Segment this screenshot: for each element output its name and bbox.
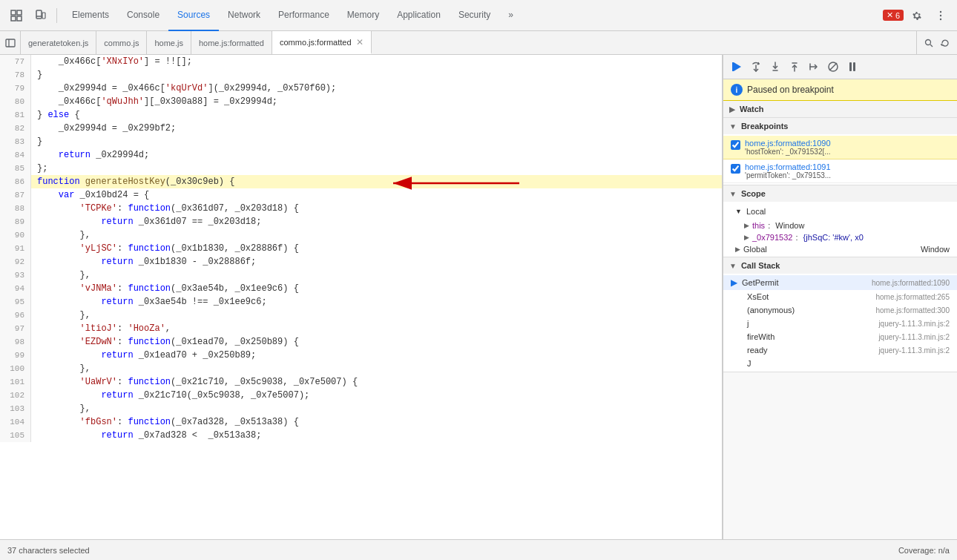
- settings-btn[interactable]: [907, 5, 927, 26]
- code-line-83[interactable]: 83 }: [0, 135, 722, 148]
- line-content-104: 'fbGsn': function(_0x7ad328, _0x513a38) …: [31, 415, 299, 429]
- code-line-86[interactable]: 86 function generateHostKey(_0x30c9eb) {: [0, 175, 722, 188]
- svg-line-13: [930, 45, 933, 47]
- callstack-item-0[interactable]: ▶ GetPermit home.js:formatted:1090: [723, 275, 957, 290]
- file-tab-close-btn[interactable]: ✕: [356, 37, 364, 47]
- tab-network[interactable]: Network: [219, 0, 269, 31]
- code-line-78[interactable]: 78 }: [0, 68, 722, 82]
- error-badge[interactable]: ✕ 6: [883, 10, 904, 21]
- device-toolbar-btn[interactable]: [30, 5, 50, 26]
- scope-this-item[interactable]: ▶ this : Window: [723, 220, 957, 231]
- line-num-85: 85: [0, 162, 31, 175]
- step-over-btn[interactable]: [747, 58, 765, 76]
- code-line-82[interactable]: 82 _0x29994d = _0x299bf2;: [0, 122, 722, 135]
- code-line-91[interactable]: 91 'yLjSC': function(_0x1b1830, _0x28886…: [0, 242, 722, 255]
- code-line-89[interactable]: 89 return _0x361d07 == _0x203d18;: [0, 215, 722, 228]
- callstack-section-header[interactable]: ▼ Call Stack: [723, 257, 957, 274]
- breakpoint-item-0[interactable]: home.js:formatted:1090 'hostToken': _0x7…: [723, 136, 957, 159]
- code-line-79[interactable]: 79 _0x29994d = _0x466c['kqUrVd'](_0x2999…: [0, 82, 722, 95]
- global-expand-icon[interactable]: ▶: [735, 246, 740, 253]
- code-line-94[interactable]: 94 'vJNMa': function(_0x3ae54b, _0x1ee9c…: [0, 282, 722, 295]
- bp-checkbox-0[interactable]: [731, 140, 740, 150]
- tab-sources[interactable]: Sources: [168, 0, 219, 31]
- file-tab-home[interactable]: home.js: [147, 31, 191, 54]
- file-tab-generatetoken[interactable]: generatetoken.js: [21, 31, 96, 54]
- this-expand-icon[interactable]: ▶: [744, 222, 749, 229]
- code-line-102[interactable]: 102 return _0x21c710(_0x5c9038, _0x7e500…: [0, 389, 722, 402]
- callstack-item-1[interactable]: XsEot home.js:formatted:265: [723, 290, 957, 303]
- 791532-expand-icon[interactable]: ▶: [744, 234, 749, 241]
- step-out-btn[interactable]: [786, 58, 803, 76]
- line-num-104: 104: [0, 415, 31, 429]
- search-in-file-btn[interactable]: [921, 36, 936, 50]
- code-line-101[interactable]: 101 'UaWrV': function(_0x21c710, _0x5c90…: [0, 375, 722, 389]
- line-num-82: 82: [0, 122, 31, 135]
- callstack-item-2[interactable]: (anonymous) home.js:formatted:300: [723, 303, 957, 317]
- tab-more[interactable]: »: [499, 0, 522, 31]
- breakpoint-item-1[interactable]: home.js:formatted:1091 'permitToken': _0…: [723, 159, 957, 183]
- step-into-btn[interactable]: [766, 58, 784, 76]
- line-content-80: _0x466c['qWuJhh'][_0x300a88] = _0x29994d…: [31, 95, 277, 108]
- bp-checkbox-1[interactable]: [731, 164, 740, 174]
- code-line-93[interactable]: 93 },: [0, 269, 722, 282]
- tab-elements[interactable]: Elements: [63, 0, 118, 31]
- code-line-77[interactable]: 77 _0x466c['XNxIYo'] = !![];: [0, 55, 722, 68]
- cs-loc-3: jquery-1.11.3.min.js:2: [878, 320, 950, 328]
- tab-performance[interactable]: Performance: [269, 0, 338, 31]
- local-scope-header[interactable]: ▼ Local: [723, 203, 957, 220]
- code-line-105[interactable]: 105 return _0x7ad328 < _0x513a38;: [0, 429, 722, 442]
- svg-point-8: [940, 14, 941, 16]
- callstack-item-6[interactable]: J: [723, 357, 957, 370]
- file-tab-commo[interactable]: commo.js: [96, 31, 147, 54]
- right-panel-scroll[interactable]: ▶ Watch ▼ Breakpoints home.js:formatted:…: [723, 101, 957, 539]
- file-tab-commo-formatted[interactable]: commo.js:formatted ✕: [272, 31, 372, 54]
- scope-global-item[interactable]: ▶ Global Window: [723, 243, 957, 255]
- tab-application[interactable]: Application: [388, 0, 450, 31]
- code-line-95[interactable]: 95 return _0x3ae54b !== _0x1ee9c6;: [0, 295, 722, 309]
- code-line-85[interactable]: 85 };: [0, 162, 722, 175]
- code-line-88[interactable]: 88 'TCPKe': function(_0x361d07, _0x203d1…: [0, 202, 722, 215]
- code-line-100[interactable]: 100 },: [0, 362, 722, 375]
- code-line-97[interactable]: 97 'ltioJ': 'HooZa',: [0, 322, 722, 335]
- code-line-90[interactable]: 90 },: [0, 228, 722, 242]
- code-line-84[interactable]: 84 return _0x29994d;: [0, 148, 722, 162]
- file-tab-home-formatted[interactable]: home.js:formatted: [191, 31, 272, 54]
- callstack-item-3[interactable]: j jquery-1.11.3.min.js:2: [723, 317, 957, 330]
- code-line-92[interactable]: 92 return _0x1b1830 - _0x28886f;: [0, 255, 722, 269]
- line-num-94: 94: [0, 282, 31, 295]
- deactivate-breakpoints-btn[interactable]: [824, 58, 842, 76]
- code-scroll[interactable]: 77 _0x466c['XNxIYo'] = !![]; 78 } 79 _0x…: [0, 55, 722, 539]
- watch-section-header[interactable]: ▶ Watch: [723, 101, 957, 117]
- code-line-99[interactable]: 99 return _0x1ead70 + _0x250b89;: [0, 349, 722, 362]
- step-btn[interactable]: [805, 58, 823, 76]
- code-line-104[interactable]: 104 'fbGsn': function(_0x7ad328, _0x513a…: [0, 415, 722, 429]
- tab-console[interactable]: Console: [118, 0, 168, 31]
- breakpoints-label: Breakpoints: [741, 122, 789, 131]
- toolbar-divider: [56, 8, 57, 23]
- pause-on-exceptions-btn[interactable]: [843, 58, 861, 76]
- code-line-87[interactable]: 87 var _0x10bd24 = {: [0, 188, 722, 202]
- tab-memory[interactable]: Memory: [338, 0, 388, 31]
- svg-rect-6: [42, 13, 45, 19]
- paused-message: Paused on breakpoint: [747, 85, 834, 95]
- callstack-item-5[interactable]: ready jquery-1.11.3.min.js:2: [723, 343, 957, 357]
- code-line-81[interactable]: 81 } else {: [0, 108, 722, 122]
- inspect-element-btn[interactable]: [6, 5, 27, 26]
- resume-btn[interactable]: [728, 58, 746, 76]
- callstack-item-4[interactable]: fireWith jquery-1.11.3.min.js:2: [723, 330, 957, 343]
- line-content-89: return _0x361d07 == _0x203d18;: [31, 215, 261, 228]
- sync-btn[interactable]: [938, 36, 953, 50]
- breakpoints-section-header[interactable]: ▼ Breakpoints: [723, 118, 957, 134]
- line-num-77: 77: [0, 55, 31, 68]
- scope-791532-item[interactable]: ▶ _0x791532 : {jhSqC: '#kw', x0: [723, 231, 957, 243]
- code-line-103[interactable]: 103 },: [0, 402, 722, 415]
- line-num-90: 90: [0, 228, 31, 242]
- scope-section-header[interactable]: ▼ Scope: [723, 185, 957, 202]
- code-line-96[interactable]: 96 },: [0, 309, 722, 322]
- more-options-btn[interactable]: [930, 5, 951, 26]
- sidebar-toggle[interactable]: [0, 31, 21, 55]
- cs-fn-2: (anonymous): [747, 306, 795, 314]
- tab-security[interactable]: Security: [450, 0, 499, 31]
- code-line-80[interactable]: 80 _0x466c['qWuJhh'][_0x300a88] = _0x299…: [0, 95, 722, 108]
- code-line-98[interactable]: 98 'EZDwN': function(_0x1ead70, _0x250b8…: [0, 335, 722, 349]
